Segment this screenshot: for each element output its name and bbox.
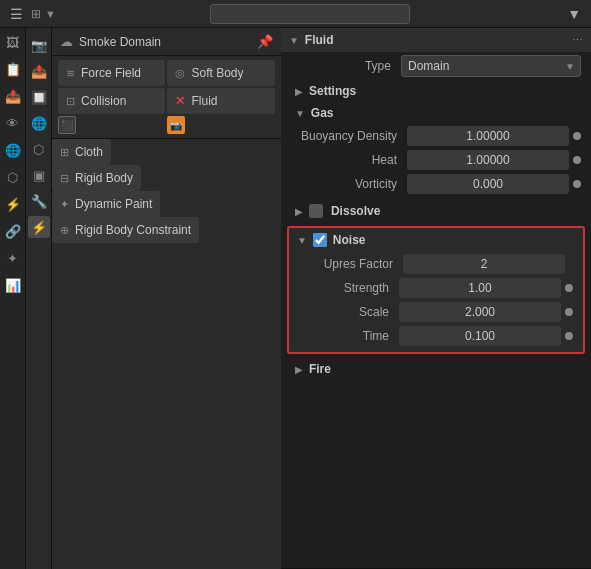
noise-checkbox[interactable] <box>313 233 327 247</box>
sidebar-icon-particles[interactable]: ✦ <box>4 248 21 269</box>
buoyancy-density-keyframe-dot[interactable] <box>573 132 581 140</box>
fluid-chevron-icon: ▼ <box>289 35 299 46</box>
search-input[interactable] <box>210 4 410 24</box>
fire-title: Fire <box>309 362 331 376</box>
strength-input[interactable] <box>399 278 561 298</box>
upres-factor-row: Upres Factor <box>289 252 583 276</box>
time-input[interactable] <box>399 326 561 346</box>
props-icon-physics[interactable]: ⚡ <box>28 216 50 238</box>
noise-chevron-icon: ▼ <box>297 235 307 246</box>
scale-input[interactable] <box>399 302 561 322</box>
header-left: ☁ Smoke Domain <box>60 34 161 49</box>
props-icons: 📷 📤 🔲 🌐 ⬡ ▣ 🔧 ⚡ <box>26 28 52 569</box>
sidebar-icon-render[interactable]: 📋 <box>2 59 24 80</box>
dynamic-paint-icon: ✦ <box>60 198 69 211</box>
sidebar-icon-world[interactable]: 🌐 <box>2 140 24 161</box>
heat-input[interactable] <box>407 150 569 170</box>
rigid-body-constraint-label: Rigid Body Constraint <box>75 223 191 237</box>
time-row: Time <box>289 324 583 348</box>
heat-row: Heat <box>281 148 591 172</box>
fire-chevron-icon: ▶ <box>295 364 303 375</box>
sidebar-icon-constraints[interactable]: 🔗 <box>2 221 24 242</box>
fluid-button[interactable]: ✕ Fluid <box>167 88 274 114</box>
time-keyframe-dot[interactable] <box>565 332 573 340</box>
buoyancy-density-input[interactable] <box>407 126 569 146</box>
soft-body-label: Soft Body <box>191 66 243 80</box>
props-icon-view-layer[interactable]: 🔲 <box>28 86 50 108</box>
fluid-icon-camera[interactable]: ⬛ <box>58 116 76 134</box>
editor-type-icon: ⊞ <box>31 7 41 21</box>
content-area: ☁ Smoke Domain 📌 ≋ Force Field ◎ Soft Bo… <box>52 28 281 569</box>
sidebar-icons: 🖼 📋 📤 👁 🌐 ⬡ ⚡ 🔗 ✦ 📊 <box>0 28 26 569</box>
sidebar-icon-object[interactable]: ⬡ <box>4 167 21 188</box>
pin-icon[interactable]: 📌 <box>257 34 273 49</box>
sidebar-icon-output[interactable]: 📤 <box>2 86 24 107</box>
type-select-wrapper: Domain Fluid Inflow Outflow Control ▼ <box>401 55 581 77</box>
vorticity-input[interactable] <box>407 174 569 194</box>
dissolve-header[interactable]: ▶ Dissolve <box>281 200 591 222</box>
gas-header[interactable]: ▼ Gas <box>281 102 591 124</box>
fluid-section-header[interactable]: ▼ Fluid ⋯ <box>281 28 591 52</box>
fire-header[interactable]: ▶ Fire <box>281 358 591 382</box>
dynamic-paint-button[interactable]: ✦ Dynamic Paint <box>52 191 160 217</box>
main-layout: 🖼 📋 📤 👁 🌐 ⬡ ⚡ 🔗 ✦ 📊 📷 📤 🔲 🌐 ⬡ ▣ 🔧 ⚡ ☁ Sm… <box>0 28 591 569</box>
fluid-section-title: Fluid <box>305 33 334 47</box>
vorticity-keyframe-dot[interactable] <box>573 180 581 188</box>
strength-keyframe-dot[interactable] <box>565 284 573 292</box>
top-bar: ☰ ⊞ ▼ ▼ <box>0 0 591 28</box>
top-bar-left: ☰ ⊞ ▼ <box>6 4 56 24</box>
force-field-icon: ≋ <box>66 67 75 80</box>
smoke-domain-title: Smoke Domain <box>79 35 161 49</box>
upres-factor-input[interactable] <box>403 254 565 274</box>
menu-button[interactable]: ☰ <box>6 4 27 24</box>
cloth-label: Cloth <box>75 145 103 159</box>
fluid-icon-active[interactable]: 📷 <box>167 116 185 134</box>
dissolve-chevron-icon: ▶ <box>295 206 303 217</box>
props-icon-output[interactable]: 📤 <box>28 60 50 82</box>
type-label: Type <box>301 59 401 73</box>
gas-chevron-icon: ▼ <box>295 108 305 119</box>
props-icon-world[interactable]: ⬡ <box>28 138 50 160</box>
sidebar-icon-data[interactable]: 📊 <box>2 275 24 296</box>
props-icon-render[interactable]: 📷 <box>28 34 50 56</box>
editor-type-arrow: ▼ <box>45 8 56 20</box>
scale-label: Scale <box>309 305 399 319</box>
vorticity-row: Vorticity <box>281 172 591 196</box>
sidebar-icon-physics[interactable]: ⚡ <box>2 194 24 215</box>
sidebar-icon-scene[interactable]: 🖼 <box>3 32 22 53</box>
right-menu-button[interactable]: ▼ <box>563 4 585 24</box>
fluid-section-menu-icon[interactable]: ⋯ <box>572 34 583 47</box>
sidebar-icon-view[interactable]: 👁 <box>3 113 22 134</box>
force-field-button[interactable]: ≋ Force Field <box>58 60 165 86</box>
heat-label: Heat <box>301 153 407 167</box>
force-field-label: Force Field <box>81 66 141 80</box>
top-bar-right: ▼ <box>563 4 585 24</box>
heat-keyframe-dot[interactable] <box>573 156 581 164</box>
rigid-body-button[interactable]: ⊟ Rigid Body <box>52 165 141 191</box>
collision-button[interactable]: ⊡ Collision <box>58 88 165 114</box>
settings-header[interactable]: ▶ Settings <box>281 80 591 102</box>
soft-body-button[interactable]: ◎ Soft Body <box>167 60 274 86</box>
time-label: Time <box>309 329 399 343</box>
soft-body-icon: ◎ <box>175 67 185 80</box>
fluid-x-icon: ✕ <box>175 94 185 108</box>
cloth-button[interactable]: ⊞ Cloth <box>52 139 111 165</box>
buoyancy-density-label: Buoyancy Density <box>301 129 407 143</box>
fluid-label: Fluid <box>191 94 217 108</box>
props-icon-object[interactable]: ▣ <box>28 164 50 186</box>
vorticity-label: Vorticity <box>301 177 407 191</box>
rigid-body-constraint-button[interactable]: ⊕ Rigid Body Constraint <box>52 217 199 243</box>
noise-header[interactable]: ▼ Noise <box>289 228 583 252</box>
dynamic-paint-label: Dynamic Paint <box>75 197 152 211</box>
noise-container: ▼ Noise Upres Factor Strength <box>287 226 585 354</box>
type-select[interactable]: Domain Fluid Inflow Outflow Control <box>401 55 581 77</box>
scale-row: Scale <box>289 300 583 324</box>
settings-title: Settings <box>309 84 356 98</box>
smoke-domain-icon: ☁ <box>60 34 73 49</box>
type-row: Type Domain Fluid Inflow Outflow Control… <box>281 52 591 80</box>
rigid-body-icon: ⊟ <box>60 172 69 185</box>
props-icon-scene[interactable]: 🌐 <box>28 112 50 134</box>
props-icon-modifiers[interactable]: 🔧 <box>28 190 50 212</box>
cloth-icon: ⊞ <box>60 146 69 159</box>
scale-keyframe-dot[interactable] <box>565 308 573 316</box>
